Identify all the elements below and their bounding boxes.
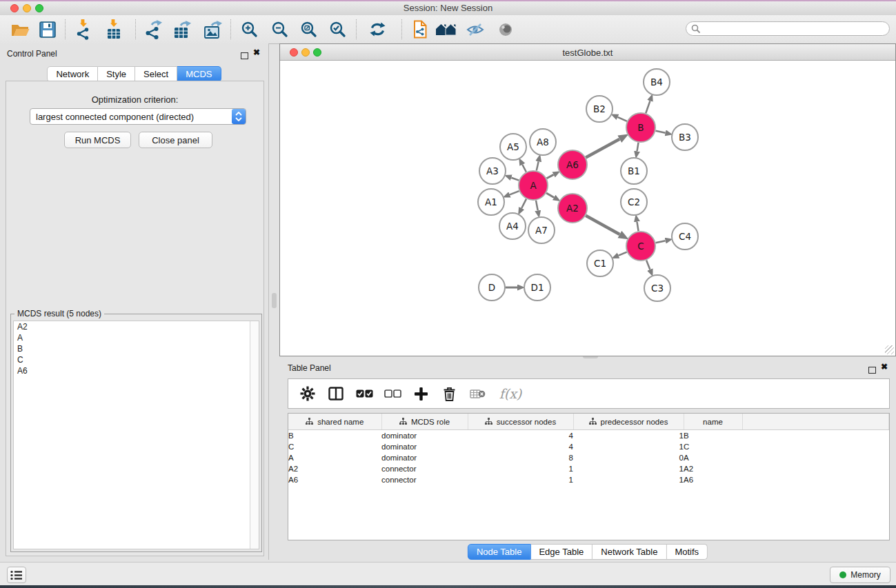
tab-motifs[interactable]: Motifs (666, 544, 708, 560)
add-column-button[interactable] (412, 383, 430, 404)
cell[interactable]: connector (381, 474, 468, 485)
tab-style[interactable]: Style (98, 66, 135, 82)
zoom-fit-button[interactable] (295, 18, 321, 41)
table-row-C[interactable]: Cdominator41C (288, 441, 889, 452)
window-resize-grip[interactable] (885, 345, 894, 354)
cell[interactable]: 1 (573, 474, 684, 485)
table-row-A2[interactable]: A2connector11A2 (288, 463, 889, 474)
deselect-all-columns-button[interactable] (384, 383, 401, 404)
close-panel-button-inner[interactable]: Close panel (139, 132, 212, 148)
cell[interactable]: dominator (381, 430, 468, 442)
cell[interactable]: 4 (468, 441, 573, 452)
table-row-A[interactable]: Adominator80A (288, 452, 889, 463)
delete-column-button[interactable] (440, 383, 458, 404)
graph-node-A5[interactable]: A5 (500, 134, 526, 160)
home-sessions-button[interactable] (433, 18, 459, 41)
hide-graphics-details-button[interactable] (462, 18, 488, 41)
import-network-button[interactable] (70, 18, 97, 41)
cell[interactable]: A (288, 452, 381, 463)
cell[interactable]: C (684, 441, 742, 452)
cell[interactable]: connector (381, 463, 468, 474)
tab-network[interactable]: Network (47, 66, 98, 82)
result-item-A[interactable]: A (14, 332, 259, 343)
graph-node-C[interactable]: C (626, 232, 655, 261)
table-row-B[interactable]: Bdominator41B (288, 430, 889, 442)
cell[interactable]: 1 (573, 463, 684, 474)
graph-node-C3[interactable]: C3 (644, 275, 670, 301)
zoom-in-button[interactable] (236, 18, 262, 41)
table-settings-button[interactable] (299, 383, 317, 404)
graph-node-A7[interactable]: A7 (528, 217, 555, 243)
graph-node-C4[interactable]: C4 (672, 223, 698, 250)
export-table-button[interactable] (170, 18, 196, 41)
column-header-mcds-role[interactable]: MCDS role (381, 414, 468, 430)
graph-node-A4[interactable]: A4 (499, 213, 526, 239)
run-mcds-button[interactable]: Run MCDS (64, 132, 131, 148)
apply-function-button[interactable]: f(x) (497, 383, 524, 404)
result-item-B[interactable]: B (14, 343, 259, 354)
tab-mcds[interactable]: MCDS (177, 66, 221, 82)
select-all-columns-button[interactable] (355, 383, 373, 404)
column-header-name[interactable]: name (684, 414, 742, 430)
graph-node-A1[interactable]: A1 (478, 189, 504, 215)
graph-node-B2[interactable]: B2 (586, 96, 613, 122)
column-header-shared-name[interactable]: shared name (288, 414, 381, 430)
mcds-result-list[interactable]: A2ABCA6 (13, 321, 259, 549)
cell[interactable]: B (288, 430, 381, 442)
cell[interactable]: A6 (288, 474, 381, 485)
cell[interactable]: 1 (468, 463, 573, 474)
export-network-button[interactable] (141, 18, 167, 41)
show-panels-button[interactable] (7, 567, 26, 583)
result-item-A2[interactable]: A2 (14, 321, 259, 332)
graph-node-A6[interactable]: A6 (558, 150, 587, 179)
network-graph[interactable]: AA6A2BCA1A3A5A8A4A7B1B2B3B4C1C2C3C4DD1 (281, 61, 896, 356)
criterion-dropdown[interactable]: largest connected component (directed) (30, 108, 246, 125)
cell[interactable]: dominator (381, 452, 468, 463)
graph-node-A8[interactable]: A8 (530, 129, 556, 155)
graph-node-D1[interactable]: D1 (524, 274, 550, 301)
close-panel-button[interactable]: ✖ (253, 49, 260, 56)
graph-node-C1[interactable]: C1 (587, 250, 613, 276)
cell[interactable]: A2 (684, 463, 742, 474)
result-item-C[interactable]: C (14, 354, 259, 365)
split-panel-button[interactable] (327, 383, 345, 404)
graph-node-A[interactable]: A (519, 171, 548, 200)
graph-node-D[interactable]: D (479, 274, 505, 301)
graph-node-A3[interactable]: A3 (479, 158, 506, 184)
graph-node-B4[interactable]: B4 (644, 69, 670, 95)
cell[interactable]: dominator (381, 441, 468, 452)
tab-edge-table[interactable]: Edge Table (530, 544, 593, 560)
cell[interactable]: 0 (573, 452, 684, 463)
import-table-button[interactable] (101, 18, 127, 41)
cell[interactable]: B (684, 430, 742, 442)
export-image-button[interactable] (200, 18, 226, 41)
show-graphics-details-button[interactable] (492, 18, 519, 41)
table-close-button[interactable]: ✖ (881, 363, 888, 370)
cell[interactable]: A6 (684, 474, 742, 485)
graph-node-C2[interactable]: C2 (621, 189, 647, 215)
open-session-button[interactable] (7, 18, 33, 41)
cell[interactable]: 4 (468, 430, 573, 442)
result-item-A6[interactable]: A6 (14, 365, 259, 376)
graph-node-B[interactable]: B (626, 113, 655, 142)
search-input[interactable] (704, 23, 889, 34)
zoom-out-button[interactable] (266, 18, 292, 41)
cell[interactable]: 1 (573, 430, 684, 442)
tab-node-table[interactable]: Node Table (468, 544, 531, 560)
table-row-A6[interactable]: A6connector11A6 (288, 474, 889, 485)
table-float-button[interactable] (868, 364, 876, 376)
column-header-successor-nodes[interactable]: successor nodes (468, 414, 573, 430)
graph-node-B1[interactable]: B1 (621, 158, 647, 184)
cell[interactable]: A2 (288, 463, 381, 474)
delete-table-button[interactable] (468, 383, 486, 404)
result-list-scrollbar[interactable] (250, 321, 259, 549)
cell[interactable]: 1 (468, 474, 573, 485)
cell[interactable]: A (684, 452, 742, 463)
cell[interactable]: 1 (573, 441, 684, 452)
tab-select[interactable]: Select (135, 66, 177, 82)
cell[interactable]: C (288, 441, 381, 452)
float-panel-button[interactable] (241, 50, 248, 62)
memory-button[interactable]: Memory (830, 567, 890, 583)
refresh-layout-button[interactable] (364, 18, 390, 41)
cell[interactable]: 8 (468, 452, 573, 463)
